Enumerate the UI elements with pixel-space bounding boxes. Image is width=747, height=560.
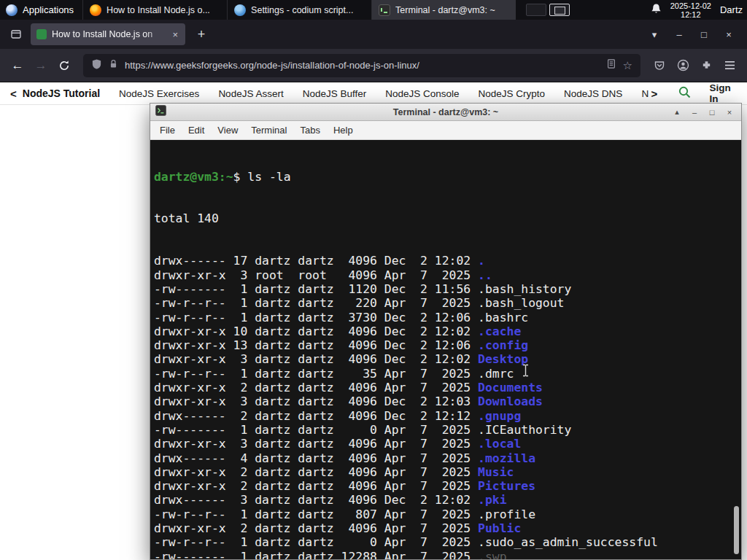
geeksforgeeks-favicon (36, 29, 47, 39)
menu-help[interactable]: Help (333, 125, 353, 136)
clock[interactable]: 2025-12-02 12:12 (670, 1, 711, 19)
terminal-output-line: -rw------- 1 dartz dartz 1120 Dec 2 11:5… (154, 282, 741, 296)
search-icon[interactable] (678, 85, 692, 102)
terminal-icon (379, 4, 390, 16)
terminal-window-icon (155, 105, 166, 119)
menu-hamburger-icon[interactable] (718, 54, 741, 77)
firefox-icon (90, 4, 101, 16)
terminal-output-line: drwx------ 4 dartz dartz 4096 Apr 7 2025… (154, 451, 741, 465)
terminal-maximize-button[interactable]: □ (705, 106, 719, 119)
settings-icon (234, 4, 246, 16)
extensions-puzzle-icon[interactable] (694, 54, 718, 77)
site-nav-link[interactable]: NodeJS Console (385, 88, 459, 99)
bookmark-star-icon[interactable]: ☆ (623, 59, 632, 72)
tracking-shield-icon[interactable] (91, 58, 102, 73)
forward-button[interactable]: → (29, 54, 53, 77)
url-bar[interactable]: https://www.geeksforgeeks.org/node-js/in… (83, 54, 640, 77)
terminal-output-line: -rw-r--r-- 1 dartz dartz 220 Apr 7 2025 … (154, 296, 741, 310)
nav-scroll-left-chevron[interactable]: < (7, 88, 20, 100)
notifications-bell-icon[interactable] (651, 3, 662, 18)
applications-menu[interactable]: Applications (0, 0, 82, 20)
terminal-output-line: drwxr-xr-x 2 dartz dartz 4096 Apr 7 2025… (154, 479, 741, 493)
terminal-output-line: -rw------- 1 dartz dartz 12288 Apr 7 202… (154, 550, 741, 559)
terminal-output-line: -rw-r--r-- 1 dartz dartz 3730 Dec 2 12:0… (154, 311, 741, 324)
terminal-output-line: -rw-r--r-- 1 dartz dartz 0 Apr 7 2025 .s… (154, 535, 741, 549)
terminal-output-line: drwx------ 17 dartz dartz 4096 Dec 2 12:… (154, 254, 741, 268)
window-maximize-button[interactable]: □ (692, 24, 716, 44)
terminal-output-line: drwxr-xr-x 3 dartz dartz 4096 Dec 2 12:0… (154, 394, 741, 408)
terminal-close-button[interactable]: × (723, 106, 736, 119)
clock-date: 2025-12-02 (670, 1, 711, 10)
reader-mode-icon[interactable] (606, 58, 616, 72)
nav-scroll-right-chevron[interactable]: > (649, 88, 661, 100)
lock-icon[interactable] (109, 58, 118, 72)
site-nav-link[interactable]: NodeJS Tutorial (23, 88, 100, 99)
clock-time: 12:12 (670, 10, 711, 19)
reload-button[interactable] (53, 54, 76, 77)
terminal-output-line: drwx------ 3 dartz dartz 4096 Dec 2 12:0… (154, 493, 741, 507)
taskbar-button-label: Terminal - dartz@vm3: ~ (395, 5, 495, 15)
tab-close-button[interactable]: × (171, 29, 179, 40)
terminal-output-line: drwxr-xr-x 10 dartz dartz 4096 Dec 2 12:… (154, 324, 741, 338)
prompt-user-host: dartz@vm3:~ (154, 170, 233, 184)
terminal-prompt-line: dartz@vm3:~$ ls -la (154, 170, 741, 184)
window-controls: ▾ – □ × (642, 24, 741, 44)
terminal-scrollbar-thumb[interactable] (734, 506, 739, 554)
terminal-window-controls: ▴ – □ × (670, 106, 736, 119)
menu-terminal[interactable]: Terminal (251, 125, 287, 136)
terminal-output-line: drwxr-xr-x 13 dartz dartz 4096 Dec 2 12:… (154, 338, 741, 352)
new-tab-button[interactable]: + (191, 24, 212, 44)
url-text[interactable]: https://www.geeksforgeeks.org/node-js/in… (125, 60, 600, 71)
site-nav-link[interactable]: Node (641, 88, 648, 99)
menu-view[interactable]: View (217, 125, 238, 136)
terminal-output-line: drwxr-xr-x 3 dartz dartz 4096 Apr 7 2025… (154, 437, 741, 451)
panel-status-area: 2025-12-02 12:12 Dartz (651, 0, 747, 20)
back-button[interactable]: ← (6, 54, 29, 77)
menu-file[interactable]: File (160, 125, 175, 136)
window-close-button[interactable]: × (716, 24, 741, 44)
browser-tab[interactable]: How to Install Node.js on × (31, 23, 185, 45)
terminal-content[interactable]: dartz@vm3:~$ ls -la total 140 drwx------… (150, 140, 741, 559)
workspace-cell[interactable] (526, 4, 546, 16)
site-nav-link[interactable]: NodeJS Exercises (119, 88, 199, 99)
window-minimize-button[interactable]: – (667, 24, 692, 44)
prompt-symbol: $ (233, 170, 248, 184)
menu-edit[interactable]: Edit (188, 125, 204, 136)
pocket-icon[interactable] (648, 54, 671, 77)
terminal-shade-button[interactable]: ▴ (670, 106, 684, 119)
navigation-toolbar: ← → https://www.geeksforgeeks.org/node-j… (0, 49, 747, 82)
site-nav-link[interactable]: NodeJS Assert (218, 88, 283, 99)
taskbar-button[interactable]: Settings - codium script... (227, 0, 371, 20)
tab-title: How to Install Node.js on (52, 29, 166, 39)
terminal-output-line: -rw------- 1 dartz dartz 0 Apr 7 2025 .I… (154, 423, 741, 437)
top-panel: Applications How to Install Node.js o...… (0, 0, 747, 20)
taskbar-button-label: Settings - codium script... (251, 5, 353, 15)
sign-in-button[interactable]: Sign In (709, 82, 740, 104)
account-icon[interactable] (671, 54, 694, 77)
window-task-list: How to Install Node.js o...Settings - co… (82, 0, 516, 20)
terminal-output-line: -rw-r--r-- 1 dartz dartz 807 Apr 7 2025 … (154, 508, 741, 521)
applications-icon (6, 4, 18, 16)
terminal-minimize-button[interactable]: – (688, 106, 701, 119)
terminal-output-line: drwxr-xr-x 2 dartz dartz 4096 Apr 7 2025… (154, 381, 741, 394)
menu-tabs[interactable]: Tabs (300, 125, 320, 136)
site-nav-link[interactable]: NodeJS DNS (564, 88, 622, 99)
user-menu[interactable]: Dartz (720, 4, 743, 15)
terminal-title: Terminal - dartz@vm3: ~ (150, 107, 741, 117)
taskbar-button-label: How to Install Node.js o... (107, 5, 210, 15)
terminal-output-line: drwxr-xr-x 2 dartz dartz 4096 Apr 7 2025… (154, 465, 741, 479)
desktop: Applications How to Install Node.js o...… (0, 0, 747, 560)
taskbar-button[interactable]: How to Install Node.js o... (82, 0, 227, 20)
firefox-view-button[interactable] (6, 24, 26, 44)
list-tabs-chevron-icon[interactable]: ▾ (642, 24, 667, 44)
terminal-output-line: -rw-r--r-- 1 dartz dartz 35 Apr 7 2025 .… (154, 367, 741, 381)
site-nav-right: > Sign In (649, 82, 740, 104)
site-nav-link[interactable]: NodeJS Crypto (479, 88, 546, 99)
site-nav-link[interactable]: NodeJS Buffer (303, 88, 367, 99)
terminal-titlebar[interactable]: Terminal - dartz@vm3: ~ ▴ – □ × (150, 104, 741, 121)
workspace-cell-active[interactable] (549, 4, 570, 16)
terminal-output-line: drwxr-xr-x 3 root root 4096 Apr 7 2025 .… (154, 268, 741, 282)
tab-bar: How to Install Node.js on × + ▾ – □ × (0, 20, 747, 49)
taskbar-button[interactable]: Terminal - dartz@vm3: ~ (371, 0, 516, 20)
terminal-output-line: drwxr-xr-x 2 dartz dartz 4096 Apr 7 2025… (154, 521, 741, 535)
